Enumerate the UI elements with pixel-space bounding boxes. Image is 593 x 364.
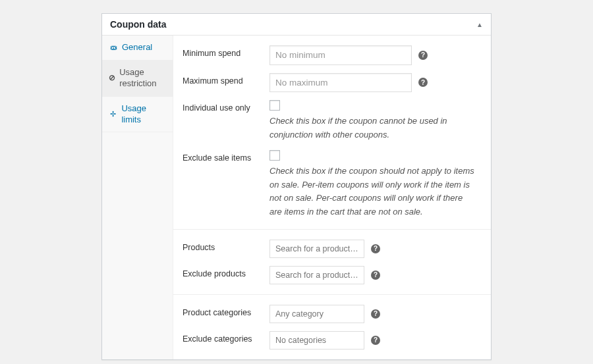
group-products: Products Search for a product… ? Exclude… <box>173 230 491 295</box>
help-icon[interactable]: ? <box>418 51 428 60</box>
panel-header[interactable]: Coupon data ▲ <box>102 14 491 36</box>
label-min-spend: Minimum spend <box>183 45 269 58</box>
label-exclude-sale: Exclude sale items <box>183 150 269 163</box>
products-select[interactable]: Search for a product… <box>269 240 364 258</box>
row-exclude-products: Exclude products Search for a product… ? <box>173 262 491 288</box>
tabs-list: General Usage restriction Usage limits <box>102 36 173 359</box>
group-spend: Minimum spend ? Maximum spend ? Individu… <box>173 36 491 230</box>
row-product-categories: Product categories Any category ? <box>173 301 491 327</box>
tab-label: Usage restriction <box>119 67 166 90</box>
exclude-products-select[interactable]: Search for a product… <box>269 266 364 284</box>
tab-general[interactable]: General <box>102 36 173 61</box>
help-icon[interactable]: ? <box>371 309 380 319</box>
exclude-sale-checkbox[interactable] <box>269 150 280 161</box>
label-exclude-products: Exclude products <box>183 266 269 278</box>
min-spend-input[interactable] <box>269 45 412 65</box>
label-products: Products <box>183 240 269 252</box>
row-max-spend: Maximum spend ? <box>173 69 491 97</box>
tab-label: General <box>122 42 152 53</box>
label-exclude-categories: Exclude categories <box>183 331 269 344</box>
tab-label: Usage limits <box>121 103 166 126</box>
label-individual-use: Individual use only <box>183 100 269 113</box>
coupon-data-panel: Coupon data ▲ General Usage restriction … <box>101 13 492 360</box>
label-max-spend: Maximum spend <box>183 73 269 86</box>
row-min-spend: Minimum spend ? <box>173 41 491 69</box>
move-icon <box>109 109 117 120</box>
help-icon[interactable]: ? <box>371 244 380 253</box>
collapse-icon[interactable]: ▲ <box>476 21 483 28</box>
ban-icon <box>109 73 115 84</box>
individual-use-desc: Check this box if the coupon cannot be u… <box>269 115 476 142</box>
help-icon[interactable]: ? <box>418 78 428 87</box>
ticket-icon <box>109 43 118 53</box>
tab-usage-limits[interactable]: Usage limits <box>102 97 173 133</box>
product-categories-select[interactable]: Any category <box>269 305 364 323</box>
max-spend-input[interactable] <box>269 73 412 93</box>
group-categories: Product categories Any category ? Exclud… <box>173 295 491 359</box>
row-individual-use: Individual use only Check this box if th… <box>173 96 491 146</box>
panel-body: General Usage restriction Usage limits M… <box>102 36 491 359</box>
tab-content: Minimum spend ? Maximum spend ? Individu… <box>173 36 491 359</box>
row-products: Products Search for a product… ? <box>173 236 491 262</box>
individual-use-checkbox[interactable] <box>269 100 280 111</box>
panel-title: Coupon data <box>110 19 167 30</box>
row-exclude-sale: Exclude sale items Check this box if the… <box>173 146 491 223</box>
label-product-categories: Product categories <box>183 305 269 317</box>
exclude-categories-select[interactable]: No categories <box>269 331 364 350</box>
help-icon[interactable]: ? <box>371 336 380 345</box>
help-icon[interactable]: ? <box>371 271 380 280</box>
exclude-sale-desc: Check this box if the coupon should not … <box>269 165 476 219</box>
row-exclude-categories: Exclude categories No categories ? <box>173 327 491 353</box>
tab-usage-restriction[interactable]: Usage restriction <box>102 61 173 97</box>
